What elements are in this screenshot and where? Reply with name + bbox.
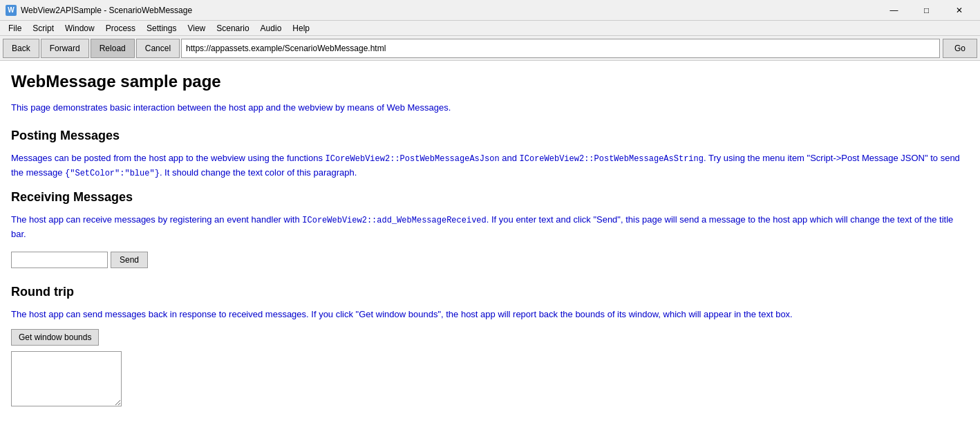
- back-button[interactable]: Back: [3, 39, 39, 58]
- send-text-input[interactable]: [11, 252, 108, 268]
- menu-process[interactable]: Process: [100, 22, 141, 35]
- menu-file[interactable]: File: [3, 22, 27, 35]
- cancel-button[interactable]: Cancel: [136, 39, 180, 58]
- posting-messages-text: Messages can be posted from the host app…: [11, 151, 969, 180]
- title-bar-text: WebView2APISample - ScenarioWebMessage: [21, 6, 878, 15]
- title-bar-controls: — □ ✕: [878, 0, 974, 21]
- title-bar: W WebView2APISample - ScenarioWebMessage…: [0, 0, 980, 21]
- posting-text-2: and: [500, 153, 520, 163]
- menu-window[interactable]: Window: [59, 22, 100, 35]
- round-trip-text: The host app can send messages back in r…: [11, 308, 969, 321]
- menu-scenario[interactable]: Scenario: [211, 22, 254, 35]
- menu-script[interactable]: Script: [27, 22, 59, 35]
- page-title: WebMessage sample page: [11, 72, 969, 91]
- posting-code-2: ICoreWebView2::PostWebMessageAsString: [520, 154, 704, 164]
- reload-button[interactable]: Reload: [91, 39, 135, 58]
- receiving-text-1: The host app can receive messages by reg…: [11, 214, 302, 225]
- intro-text: This page demonstrates basic interaction…: [11, 101, 969, 115]
- window-bounds-textarea[interactable]: [11, 351, 122, 406]
- get-window-bounds-button[interactable]: Get window bounds: [11, 329, 99, 346]
- forward-button[interactable]: Forward: [41, 39, 89, 58]
- app-icon: W: [6, 5, 17, 16]
- maximize-button[interactable]: □: [911, 0, 942, 21]
- content-area: WebMessage sample page This page demonst…: [0, 61, 980, 441]
- go-button[interactable]: Go: [943, 39, 977, 58]
- posting-code-3: {"SetColor":"blue"}: [65, 169, 160, 178]
- receiving-code: ICoreWebView2::add_WebMessageReceived: [302, 216, 486, 225]
- minimize-button[interactable]: —: [878, 0, 910, 21]
- send-button[interactable]: Send: [111, 252, 148, 268]
- receiving-messages-title: Receiving Messages: [11, 190, 969, 205]
- posting-messages-title: Posting Messages: [11, 129, 969, 143]
- posting-text-4: . It should change the text color of thi…: [160, 167, 357, 178]
- round-trip-section: Get window bounds: [11, 329, 969, 406]
- nav-bar: Back Forward Reload Cancel Go: [0, 36, 980, 61]
- menu-audio[interactable]: Audio: [255, 22, 288, 35]
- posting-code-1: ICoreWebView2::PostWebMessageAsJson: [326, 154, 500, 164]
- send-row: Send: [11, 252, 969, 268]
- round-trip-title: Round trip: [11, 285, 969, 299]
- menu-view[interactable]: View: [182, 22, 211, 35]
- posting-text-1: Messages can be posted from the host app…: [11, 153, 326, 163]
- menu-help[interactable]: Help: [287, 22, 315, 35]
- menu-settings[interactable]: Settings: [141, 22, 182, 35]
- address-bar[interactable]: [181, 39, 940, 58]
- receiving-messages-text: The host app can receive messages by reg…: [11, 213, 969, 242]
- close-button[interactable]: ✕: [943, 0, 974, 21]
- menu-bar: File Script Window Process Settings View…: [0, 21, 980, 36]
